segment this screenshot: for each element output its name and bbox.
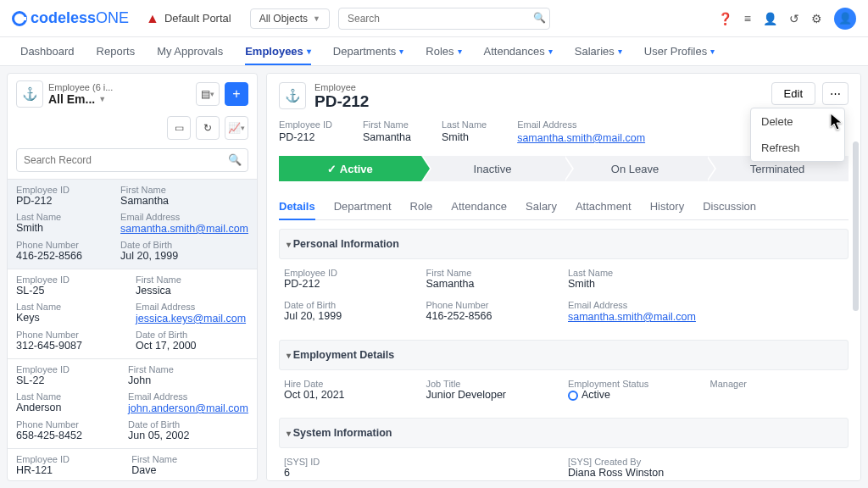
- caret-down-icon: ▾: [548, 47, 553, 56]
- status-value: Active: [568, 389, 702, 401]
- value: Smith: [16, 222, 114, 234]
- record-list[interactable]: Employee IDPD-212First NameSamanthaLast …: [8, 179, 257, 480]
- tab-attachment[interactable]: Attachment: [576, 193, 632, 219]
- nav-my-approvals[interactable]: My Approvals: [157, 38, 223, 64]
- email-link[interactable]: samantha.smith@mail.com: [517, 132, 645, 144]
- email-link[interactable]: jessica.keys@mail.com: [136, 313, 246, 324]
- tab-history[interactable]: History: [650, 193, 684, 219]
- list-search-input[interactable]: [16, 148, 248, 172]
- section-employment-details[interactable]: Employment Details: [279, 340, 849, 370]
- topbar: codelessONE ▲ Default Portal All Objects…: [0, 0, 868, 37]
- label: [SYS] Created By: [568, 457, 843, 467]
- search-icon: 🔍: [533, 12, 546, 24]
- list-title[interactable]: Employee (6 i... All Em...▼: [48, 82, 191, 106]
- scrollbar[interactable]: [853, 141, 859, 311]
- anchor-icon: ⚓: [16, 80, 43, 108]
- logo-text: codeless: [31, 9, 96, 27]
- list-item[interactable]: Employee IDSL-25First NameJessicaLast Na…: [8, 269, 257, 358]
- label: Job Title: [426, 379, 560, 389]
- gear-icon[interactable]: ⚙: [811, 12, 822, 25]
- value: 416-252-8566: [426, 310, 560, 322]
- caret-down-icon: ▼: [313, 14, 320, 23]
- nav-attendances[interactable]: Attendances▾: [484, 38, 553, 64]
- value: PD-212: [16, 195, 114, 207]
- help-icon[interactable]: ❓: [718, 12, 732, 25]
- label: [SYS] ID: [284, 457, 559, 467]
- caret-down-icon: ▾: [618, 47, 622, 56]
- history-icon[interactable]: ↺: [789, 12, 799, 25]
- view-layout-button[interactable]: ▤▾: [196, 82, 220, 106]
- value: SL-22: [16, 374, 121, 386]
- object-filter-label: All Objects: [259, 13, 308, 25]
- tab-discussion[interactable]: Discussion: [703, 193, 756, 219]
- email-link[interactable]: samantha.smith@mail.com: [568, 311, 696, 323]
- list-item[interactable]: Employee IDHR-121First NameDaveLast Name…: [8, 448, 257, 480]
- database-icon[interactable]: ≡: [744, 12, 751, 25]
- nav-employees-label: Employees: [245, 45, 303, 58]
- tab-role[interactable]: Role: [410, 193, 433, 219]
- value: PD-212: [284, 278, 418, 290]
- caret-down-icon: ▾: [710, 47, 715, 56]
- email-link[interactable]: john.anderson@mail.com: [128, 402, 248, 414]
- section-personal-information[interactable]: Personal Information: [279, 229, 849, 259]
- value: Jessica: [136, 285, 248, 297]
- label: First Name: [426, 268, 560, 278]
- user-add-icon[interactable]: 👤: [763, 12, 777, 25]
- record-header: ⚓ Employee PD-212 Edit ⋯: [279, 82, 849, 111]
- value: 416-252-8566: [16, 250, 114, 262]
- list-item[interactable]: Employee IDSL-22First NameJohnLast NameA…: [8, 358, 257, 448]
- summary-employee-id: Employee ID PD-212: [279, 119, 332, 144]
- value: Diana Ross Winston: [568, 467, 843, 479]
- tab-details[interactable]: Details: [279, 193, 315, 219]
- nav-dashboard[interactable]: Dashboard: [20, 38, 75, 64]
- nav-roles[interactable]: Roles▾: [426, 38, 461, 64]
- label: Employment Status: [568, 379, 702, 389]
- stage-inactive[interactable]: Inactive: [421, 156, 564, 181]
- nav-departments[interactable]: Departments▾: [333, 38, 403, 64]
- add-record-button[interactable]: +: [225, 82, 248, 106]
- label: Last Name: [442, 119, 487, 130]
- stage-on-leave[interactable]: On Leave: [564, 156, 706, 181]
- menu-refresh[interactable]: Refresh: [751, 135, 844, 161]
- app-logo[interactable]: codelessONE: [12, 9, 129, 27]
- chart-button[interactable]: 📈▾: [225, 116, 248, 140]
- nav-attendances-label: Attendances: [484, 45, 545, 58]
- email-link[interactable]: samantha.smith@mail.com: [120, 223, 248, 235]
- menu-delete[interactable]: Delete: [751, 108, 844, 135]
- personal-fields: Employee IDPD-212 First NameSamantha Las…: [279, 259, 849, 331]
- nav-reports[interactable]: Reports: [97, 38, 136, 64]
- tab-attendance[interactable]: Attendance: [451, 193, 507, 219]
- section-system-information[interactable]: System Information: [279, 418, 849, 448]
- list-header: ⚓ Employee (6 i... All Em...▼ ▤▾ +: [8, 74, 257, 114]
- content: ⚓ Employee (6 i... All Em...▼ ▤▾ + ▭ ↻ 📈…: [0, 66, 868, 488]
- label: Phone Number: [16, 240, 114, 250]
- global-search-input[interactable]: [338, 8, 550, 30]
- form-view-button[interactable]: ▭: [167, 116, 191, 140]
- label: Phone Number: [426, 300, 560, 310]
- avatar[interactable]: 👤: [834, 8, 856, 30]
- nav-employees[interactable]: Employees▾: [245, 38, 311, 64]
- edit-button[interactable]: Edit: [771, 82, 815, 105]
- label: Employee ID: [284, 268, 418, 278]
- nav-user-profiles[interactable]: User Profiles▾: [644, 38, 715, 64]
- stage-active[interactable]: ✓ Active: [279, 156, 421, 181]
- list-count-label: Employee (6 i...: [48, 82, 191, 92]
- refresh-list-button[interactable]: ↻: [196, 116, 220, 140]
- value: Samantha: [426, 278, 560, 290]
- more-actions-menu: Delete Refresh: [750, 108, 845, 162]
- tab-salary[interactable]: Salary: [526, 193, 557, 219]
- logo-icon: [12, 11, 27, 26]
- nav-salaries-label: Salaries: [575, 45, 615, 58]
- label: First Name: [136, 274, 248, 285]
- list-item[interactable]: Employee IDPD-212First NameSamanthaLast …: [8, 179, 257, 269]
- portal-selector[interactable]: ▲ Default Portal: [146, 11, 231, 26]
- nav-salaries[interactable]: Salaries▾: [575, 38, 622, 64]
- label: Manager: [710, 379, 844, 389]
- list-toolbar: ▭ ↻ 📈▾: [8, 114, 257, 145]
- check-icon: ✓: [327, 163, 337, 175]
- tab-department[interactable]: Department: [334, 193, 392, 219]
- employee-list-pane: ⚓ Employee (6 i... All Em...▼ ▤▾ + ▭ ↻ 📈…: [7, 73, 258, 481]
- more-actions-button[interactable]: ⋯: [822, 82, 849, 105]
- object-filter[interactable]: All Objects ▼: [250, 8, 330, 29]
- employment-fields: Hire DateOct 01, 2021 Job TitleJunior De…: [279, 370, 849, 409]
